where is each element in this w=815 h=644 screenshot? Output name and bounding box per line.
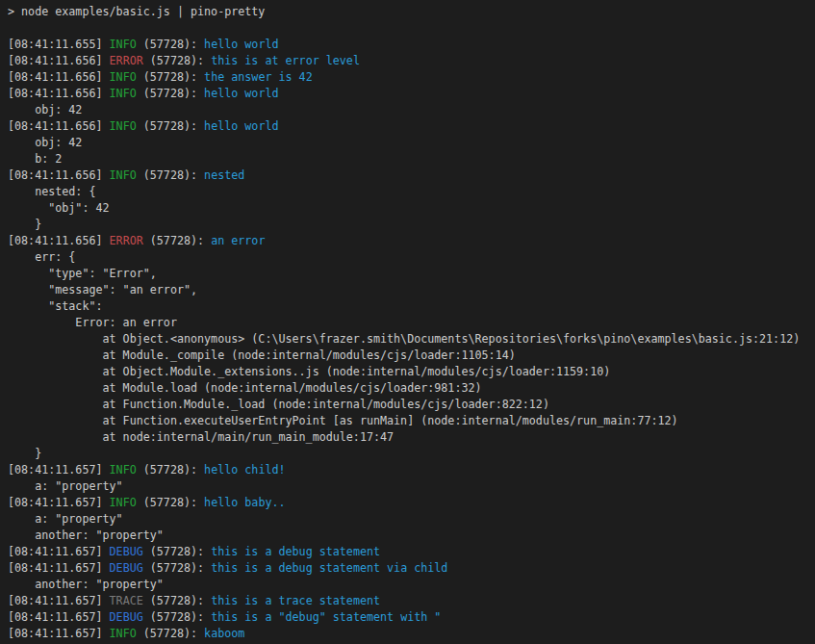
terminal-line: a: "property" — [8, 478, 815, 495]
terminal-line: "message": "an error", — [8, 282, 815, 298]
log-text: (57728): — [137, 38, 204, 51]
log-text: a: "property" — [8, 512, 123, 526]
terminal-output: > node examples/basic.js | pino-pretty[0… — [8, 4, 815, 642]
terminal-line: [08:41:11.657] DEBUG (57728): this is a … — [8, 560, 815, 577]
log-text: (57728): — [143, 610, 211, 624]
log-message: this is a trace statement — [211, 594, 380, 607]
log-text: "obj": 42 — [8, 201, 110, 215]
terminal-line: [08:41:11.657] INFO (57728): hello child… — [8, 462, 815, 478]
terminal-line: another: "property" — [8, 577, 815, 593]
log-level-debug: DEBUG — [110, 561, 143, 575]
log-text: Error: an error — [8, 316, 177, 329]
terminal-line: [08:41:11.657] INFO (57728): kaboom — [8, 626, 815, 642]
log-text: "message": "an error", — [8, 283, 197, 296]
log-level-info: INFO — [110, 70, 137, 84]
log-text: (57728): — [143, 54, 211, 67]
log-level-info: INFO — [110, 496, 137, 509]
log-text: [08:41:11.656] — [8, 119, 110, 133]
log-text: (57728): — [143, 561, 211, 575]
log-text: at Function.executeUserEntryPoint [as ru… — [8, 414, 678, 427]
log-text: a: "property" — [8, 479, 123, 493]
terminal-line: at node:internal/main/run_main_module:17… — [8, 429, 815, 446]
log-text: (57728): — [137, 496, 204, 509]
terminal-line: "stack": — [8, 298, 815, 315]
log-text: (57728): — [143, 594, 211, 607]
terminal-line: another: "property" — [8, 528, 815, 544]
terminal-line: "obj": 42 — [8, 200, 815, 217]
log-text: (57728): — [143, 545, 211, 558]
log-text: [08:41:11.656] — [8, 87, 110, 100]
terminal-line: } — [8, 446, 815, 462]
log-message: hello baby.. — [204, 496, 285, 509]
log-message: hello world — [204, 87, 278, 100]
terminal-line: [08:41:11.656] ERROR (57728): an error — [8, 233, 815, 249]
terminal-line: obj: 42 — [8, 102, 815, 118]
log-text: [08:41:11.657] — [8, 496, 110, 509]
log-text: [08:41:11.656] — [8, 168, 110, 182]
log-text: (57728): — [143, 234, 211, 247]
log-level-trace: TRACE — [110, 594, 143, 607]
log-text: (57728): — [137, 463, 204, 477]
log-message: hello world — [204, 38, 278, 51]
log-text: "stack": — [8, 299, 103, 313]
log-level-info: INFO — [110, 38, 137, 51]
log-message: an error — [211, 234, 265, 247]
terminal-line: at Object.Module._extensions..js (node:i… — [8, 364, 815, 380]
log-message: kaboom — [204, 627, 244, 640]
log-text: at Function.Module._load (node:internal/… — [8, 398, 549, 411]
log-text: obj: 42 — [8, 136, 82, 149]
log-message: this is a debug statement via child — [211, 561, 447, 575]
terminal-line: [08:41:11.656] INFO (57728): the answer … — [8, 69, 815, 86]
log-text: [08:41:11.657] — [8, 463, 110, 477]
log-text: at Module.load (node:internal/modules/cj… — [8, 381, 482, 395]
terminal-line: b: 2 — [8, 151, 815, 167]
terminal-line: at Function.Module._load (node:internal/… — [8, 397, 815, 413]
terminal-line: nested: { — [8, 184, 815, 200]
terminal-line: [08:41:11.656] INFO (57728): hello world — [8, 86, 815, 102]
log-text: at Object.Module._extensions..js (node:i… — [8, 365, 610, 378]
log-level-error: ERROR — [110, 54, 143, 67]
terminal-line: err: { — [8, 249, 815, 266]
terminal-line: [08:41:11.657] INFO (57728): hello baby.… — [8, 495, 815, 511]
log-text: [08:41:11.657] — [8, 545, 110, 558]
log-text: b: 2 — [8, 152, 62, 166]
log-text: (57728): — [137, 87, 204, 100]
log-level-info: INFO — [110, 463, 137, 477]
log-message: this is a debug statement — [211, 545, 380, 558]
terminal-line: [08:41:11.657] DEBUG (57728): this is a … — [8, 544, 815, 560]
log-text: obj: 42 — [8, 103, 82, 116]
log-level-debug: DEBUG — [110, 610, 143, 624]
log-text: [08:41:11.656] — [8, 70, 110, 84]
terminal-line: at Function.executeUserEntryPoint [as ru… — [8, 413, 815, 429]
log-message: the answer is 42 — [204, 70, 313, 84]
log-text: another: "property" — [8, 578, 164, 591]
terminal-line: [08:41:11.657] DEBUG (57728): this is a … — [8, 609, 815, 626]
log-text: > node examples/basic.js | pino-pretty — [8, 5, 265, 18]
log-text: at node:internal/main/run_main_module:17… — [8, 430, 394, 444]
log-text: "type": "Error", — [8, 267, 157, 280]
terminal-line: at Module._compile (node:internal/module… — [8, 348, 815, 364]
log-level-info: INFO — [110, 627, 137, 640]
log-message: this is a "debug" statement with " — [211, 610, 441, 624]
log-level-error: ERROR — [110, 234, 143, 247]
terminal-line: at Object.<anonymous> (C:\Users\frazer.s… — [8, 331, 815, 348]
terminal-line: at Module.load (node:internal/modules/cj… — [8, 380, 815, 397]
log-level-info: INFO — [110, 119, 137, 133]
terminal-line: a: "property" — [8, 511, 815, 528]
log-text: (57728): — [137, 168, 204, 182]
terminal-line — [8, 20, 815, 37]
terminal-line: Error: an error — [8, 315, 815, 331]
log-text: (57728): — [137, 119, 204, 133]
log-level-info: INFO — [110, 168, 137, 182]
log-level-debug: DEBUG — [110, 545, 143, 558]
terminal-line: [08:41:11.657] TRACE (57728): this is a … — [8, 593, 815, 609]
log-text: [08:41:11.655] — [8, 38, 110, 51]
terminal-line: [08:41:11.656] INFO (57728): nested — [8, 167, 815, 184]
log-text: [08:41:11.657] — [8, 610, 110, 624]
terminal-line: obj: 42 — [8, 135, 815, 151]
log-text: err: { — [8, 250, 75, 264]
log-text: (57728): — [137, 70, 204, 84]
log-message: hello world — [204, 119, 278, 133]
log-text: (57728): — [137, 627, 204, 640]
terminal[interactable]: > node examples/basic.js | pino-pretty[0… — [0, 0, 815, 644]
